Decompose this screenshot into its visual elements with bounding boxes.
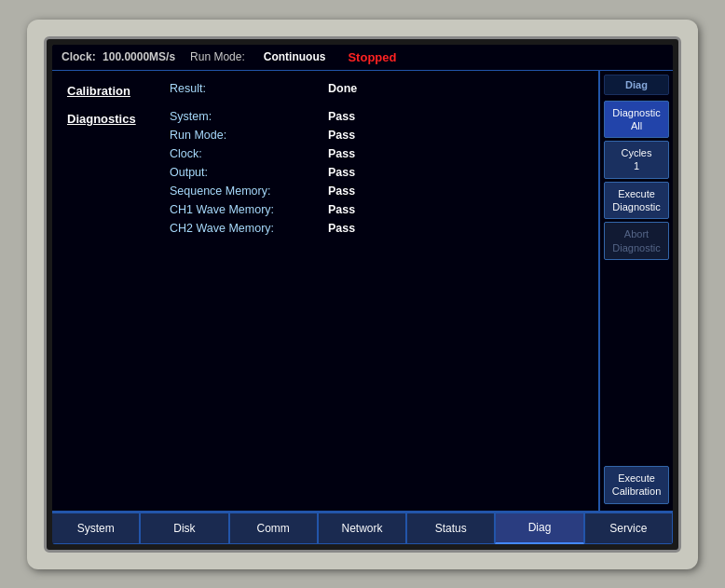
diag-item-label: Run Mode: [170,129,328,142]
result-value: Done [328,82,357,95]
diag-row: Clock:Pass [170,147,583,160]
tab-system[interactable]: System [52,513,140,544]
diag-row: Sequence Memory:Pass [170,185,583,198]
calibration-label: Calibration [67,82,170,98]
diag-row: Run Mode:Pass [170,129,583,142]
diag-item-label: Clock: [170,147,328,160]
diagnostics-label: Diagnostics [67,110,170,126]
diag-item-value: Pass [328,185,355,198]
diag-item-label: Sequence Memory: [170,185,328,198]
main-area: Calibration Result: Done Diagnostics Sys… [52,71,673,511]
diag-row: System:Pass [170,110,583,123]
tab-status[interactable]: Status [406,513,495,544]
status-badge: Stopped [348,50,396,64]
header-bar: Clock: 100.0000MS/s Run Mode: Continuous… [52,45,673,71]
result-label: Result: [170,82,328,95]
tab-network[interactable]: Network [318,513,406,544]
sidebar-btn-0[interactable]: Diagnostic All [604,101,669,139]
diag-item-value: Pass [328,147,355,160]
runmode-label: Run Mode: [190,50,245,63]
tab-disk[interactable]: Disk [140,513,228,544]
diagnostics-content: System:PassRun Mode:PassClock:PassOutput… [170,110,583,240]
diag-item-label: CH1 Wave Memory: [170,203,328,216]
diag-item-value: Pass [328,129,355,142]
content-area: Calibration Result: Done Diagnostics Sys… [52,71,598,511]
sidebar-btn-1[interactable]: Cycles 1 [604,141,669,179]
tab-diag[interactable]: Diag [495,513,583,544]
sidebar-btn-3: Abort Diagnostic [604,222,669,260]
diag-item-value: Pass [328,166,355,179]
tab-comm[interactable]: Comm [229,513,318,544]
diag-item-label: System: [170,110,328,123]
sidebar-title: Diag [604,75,669,95]
diag-row: CH1 Wave Memory:Pass [170,203,583,216]
screen: Clock: 100.0000MS/s Run Mode: Continuous… [52,45,673,544]
runmode-value: Continuous [264,50,326,63]
instrument-body: Clock: 100.0000MS/s Run Mode: Continuous… [27,20,698,569]
calibration-result-row: Result: Done [170,82,583,95]
tab-service[interactable]: Service [584,513,673,544]
diagnostics-section: Diagnostics System:PassRun Mode:PassCloc… [67,110,583,240]
sidebar-btn-2[interactable]: Execute Diagnostic [604,182,669,220]
diag-item-label: Output: [170,166,328,179]
tab-bar: SystemDiskCommNetworkStatusDiagService [52,511,673,544]
diag-item-value: Pass [328,203,355,216]
diag-row: Output:Pass [170,166,583,179]
sidebar-btn-4[interactable]: Execute Calibration [604,466,669,504]
calibration-section: Calibration Result: Done [67,82,583,101]
calibration-content: Result: Done [170,82,583,101]
diag-item-value: Pass [328,110,355,123]
sidebar: Diag Diagnostic AllCycles 1Execute Diagn… [598,71,673,511]
screen-bezel: Clock: 100.0000MS/s Run Mode: Continuous… [44,36,681,553]
clock-label: Clock: 100.0000MS/s [62,50,175,63]
diag-item-label: CH2 Wave Memory: [170,222,328,235]
diag-row: CH2 Wave Memory:Pass [170,222,583,235]
diag-item-value: Pass [328,222,355,235]
